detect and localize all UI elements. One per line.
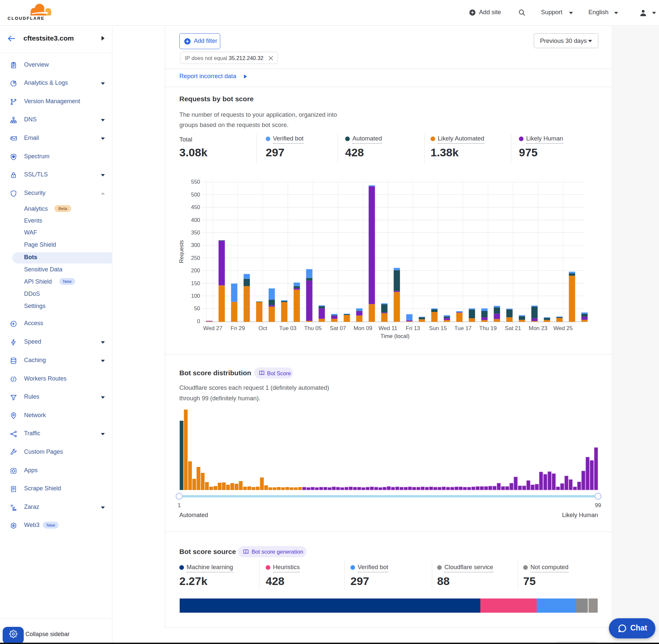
svg-text:Sat 07: Sat 07 — [330, 325, 346, 331]
svg-text:Fri 29: Fri 29 — [231, 325, 245, 331]
svg-text:Thu 19: Thu 19 — [479, 325, 497, 331]
svg-text:Thu 05: Thu 05 — [304, 325, 322, 331]
svg-text:Tue 17: Tue 17 — [454, 325, 471, 331]
svg-text:150: 150 — [191, 280, 200, 286]
svg-text:Likely Human: Likely Human — [562, 512, 598, 519]
svg-text:Sun 15: Sun 15 — [429, 325, 447, 331]
svg-text:Wed 27: Wed 27 — [203, 325, 222, 331]
svg-text:450: 450 — [191, 204, 200, 210]
svg-text:400: 400 — [191, 217, 200, 223]
svg-text:550: 550 — [191, 179, 200, 185]
svg-text:300: 300 — [191, 242, 200, 248]
svg-text:Sat 21: Sat 21 — [505, 325, 521, 331]
svg-text:250: 250 — [191, 255, 200, 261]
svg-text:Mon 23: Mon 23 — [529, 325, 547, 331]
svg-text:1: 1 — [178, 502, 181, 508]
svg-text:Wed 25: Wed 25 — [554, 325, 573, 331]
svg-text:Fri 13: Fri 13 — [406, 325, 420, 331]
svg-text:Time (local): Time (local) — [380, 333, 409, 339]
svg-text:0: 0 — [197, 318, 200, 324]
svg-text:Automated: Automated — [179, 512, 208, 519]
svg-text:Oct: Oct — [258, 325, 267, 331]
svg-text:Tue 03: Tue 03 — [279, 325, 297, 331]
svg-text:50: 50 — [194, 305, 200, 311]
svg-text:Requests: Requests — [178, 240, 184, 263]
svg-text:200: 200 — [191, 268, 200, 273]
svg-text:100: 100 — [191, 293, 200, 299]
svg-text:500: 500 — [191, 191, 200, 198]
svg-text:350: 350 — [191, 230, 200, 235]
svg-text:99: 99 — [595, 502, 601, 508]
svg-text:Wed 11: Wed 11 — [378, 325, 397, 331]
svg-text:Mon 09: Mon 09 — [353, 325, 372, 331]
